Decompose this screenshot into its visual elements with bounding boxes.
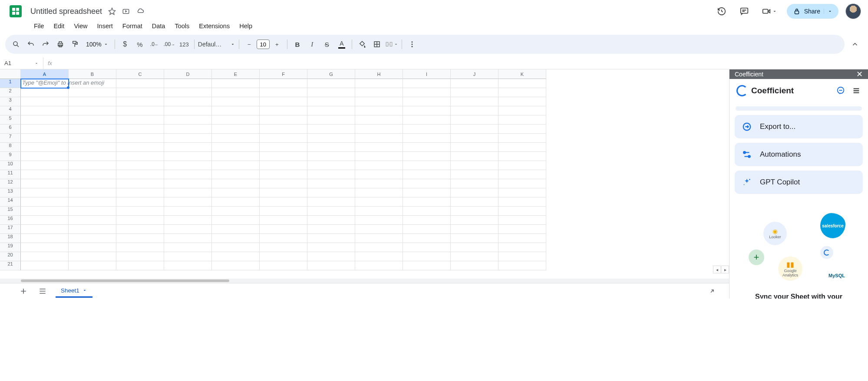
cell[interactable] xyxy=(116,134,164,143)
cell[interactable] xyxy=(307,252,355,261)
column-header[interactable]: C xyxy=(116,69,164,79)
cell[interactable] xyxy=(164,97,212,106)
paint-format-icon[interactable] xyxy=(69,38,82,51)
menu-edit[interactable]: Edit xyxy=(49,21,69,31)
cell[interactable] xyxy=(21,207,69,216)
document-title[interactable]: Untitled spreadsheet xyxy=(29,6,104,17)
cell[interactable] xyxy=(403,234,451,243)
cell[interactable] xyxy=(212,261,260,270)
borders-icon[interactable] xyxy=(370,38,383,51)
cell[interactable] xyxy=(21,106,69,115)
cell[interactable] xyxy=(164,234,212,243)
cell[interactable] xyxy=(69,161,116,170)
cell[interactable] xyxy=(451,143,498,152)
cell[interactable] xyxy=(451,106,498,115)
decrease-fontsize-icon[interactable]: − xyxy=(243,38,256,51)
cell[interactable] xyxy=(403,152,451,161)
cell[interactable] xyxy=(116,170,164,179)
italic-icon[interactable]: I xyxy=(306,38,319,51)
cell[interactable] xyxy=(116,115,164,125)
row-header[interactable]: 6 xyxy=(0,125,21,134)
cell[interactable] xyxy=(212,243,260,252)
column-header[interactable]: I xyxy=(403,69,451,79)
cell[interactable] xyxy=(116,252,164,261)
cell[interactable] xyxy=(451,161,498,170)
cell[interactable] xyxy=(355,161,403,170)
font-dropdown[interactable]: Defaul… xyxy=(198,38,235,51)
cell[interactable] xyxy=(164,225,212,234)
cell[interactable] xyxy=(403,106,451,115)
account-avatar[interactable] xyxy=(845,3,861,19)
number-format-button[interactable]: 123 xyxy=(178,38,191,51)
cell[interactable] xyxy=(164,179,212,188)
cell[interactable] xyxy=(260,243,307,252)
cell[interactable] xyxy=(307,234,355,243)
cell[interactable] xyxy=(498,115,546,125)
cell[interactable] xyxy=(355,170,403,179)
cell[interactable] xyxy=(164,125,212,134)
cell[interactable] xyxy=(164,106,212,115)
cell[interactable] xyxy=(164,143,212,152)
cell[interactable] xyxy=(307,261,355,270)
cell[interactable] xyxy=(69,115,116,125)
print-icon[interactable] xyxy=(54,38,67,51)
cell[interactable] xyxy=(498,161,546,170)
cell[interactable] xyxy=(451,125,498,134)
cell[interactable] xyxy=(451,207,498,216)
cell[interactable] xyxy=(69,225,116,234)
cell[interactable] xyxy=(164,197,212,207)
cell[interactable] xyxy=(355,179,403,188)
cell[interactable] xyxy=(498,188,546,197)
cell[interactable] xyxy=(451,115,498,125)
cell[interactable] xyxy=(451,188,498,197)
cell[interactable] xyxy=(69,179,116,188)
cell[interactable] xyxy=(498,207,546,216)
row-header[interactable]: 19 xyxy=(0,243,21,252)
row-header[interactable]: 9 xyxy=(0,152,21,161)
comments-icon[interactable] xyxy=(736,3,752,19)
cell[interactable] xyxy=(21,143,69,152)
cell[interactable] xyxy=(260,234,307,243)
cell[interactable] xyxy=(260,79,307,88)
cell[interactable] xyxy=(355,234,403,243)
cell[interactable] xyxy=(307,106,355,115)
cell[interactable] xyxy=(69,207,116,216)
cell[interactable] xyxy=(69,143,116,152)
cell[interactable] xyxy=(69,134,116,143)
cell[interactable] xyxy=(212,152,260,161)
cell[interactable] xyxy=(116,261,164,270)
cell[interactable] xyxy=(21,252,69,261)
cell[interactable] xyxy=(451,134,498,143)
menu-extensions[interactable]: Extensions xyxy=(195,21,234,31)
cell[interactable] xyxy=(164,170,212,179)
share-button[interactable]: Share xyxy=(787,4,838,19)
cell[interactable] xyxy=(260,225,307,234)
row-header[interactable]: 5 xyxy=(0,115,21,125)
cell[interactable] xyxy=(355,115,403,125)
cell[interactable] xyxy=(498,234,546,243)
merge-cells-icon[interactable] xyxy=(385,38,398,51)
undo-icon[interactable] xyxy=(24,38,37,51)
row-header[interactable]: 8 xyxy=(0,143,21,152)
cell[interactable] xyxy=(451,261,498,270)
cell[interactable] xyxy=(69,243,116,252)
row-header[interactable]: 14 xyxy=(0,197,21,207)
cell[interactable] xyxy=(116,207,164,216)
cell[interactable] xyxy=(212,234,260,243)
cell[interactable] xyxy=(164,79,212,88)
column-header[interactable]: D xyxy=(164,69,212,79)
cell[interactable] xyxy=(116,152,164,161)
cell[interactable] xyxy=(451,79,498,88)
cell[interactable] xyxy=(307,143,355,152)
cell[interactable] xyxy=(69,106,116,115)
cell[interactable] xyxy=(260,170,307,179)
cell[interactable] xyxy=(403,170,451,179)
coefficient-brand[interactable]: Coefficient xyxy=(736,85,794,96)
cell[interactable] xyxy=(403,225,451,234)
cell[interactable] xyxy=(116,161,164,170)
cell[interactable] xyxy=(355,207,403,216)
menu-format[interactable]: Format xyxy=(118,21,147,31)
row-header[interactable]: 17 xyxy=(0,225,21,234)
cell[interactable] xyxy=(116,79,164,88)
sheet-tab[interactable]: Sheet1 xyxy=(56,285,92,298)
